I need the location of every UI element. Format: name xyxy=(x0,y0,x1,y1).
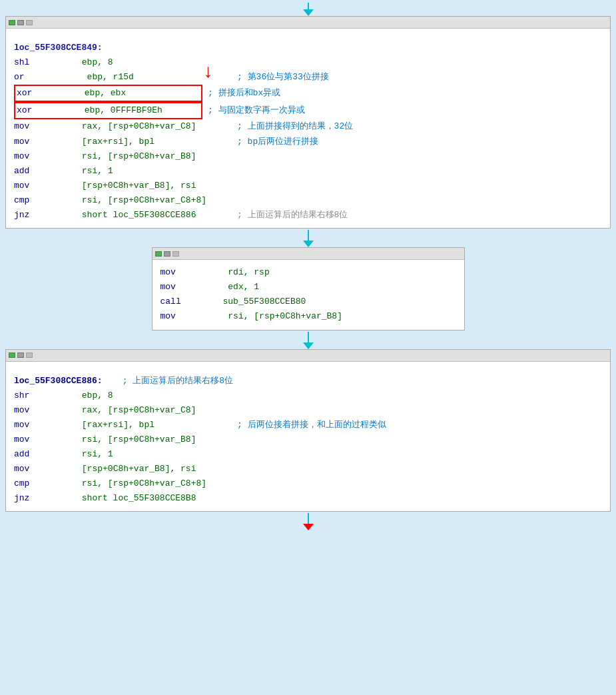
tb-icon-gray1-1 xyxy=(17,20,24,25)
tb-icon-gray2-3 xyxy=(26,352,33,358)
code-line-cmp1: cmp rsi, [rsp+0C8h+var_C8+8] xyxy=(14,193,602,208)
tb-icon-gray2-2 xyxy=(172,251,179,257)
code-window-2: mov rdi, rsp mov edx, 1 call sub_55F308C… xyxy=(152,247,465,330)
code-window-1: loc_55F308CCE849: shl ebp, 8 or ebp, r15… xyxy=(5,16,611,229)
w2-line-mov3: mov rsi, [rsp+0C8h+var_B8] xyxy=(160,309,456,324)
code-line-add1: add rsi, 1 xyxy=(14,164,602,179)
code-body-1: loc_55F308CCE849: shl ebp, 8 or ebp, r15… xyxy=(6,29,610,228)
code-line-xor1: xor ebp, ebx ; 拼接后和bx异或 xyxy=(14,85,602,102)
w3-line-add: add rsi, 1 xyxy=(14,447,602,462)
w3-line-mov3: mov rsi, [rsp+0C8h+var_B8] xyxy=(14,432,602,447)
code-line-jnz1: jnz short loc_55F308CCE886 ; 上面运算后的结果右移8… xyxy=(14,208,602,223)
w3-line-shr: shr ebp, 8 xyxy=(14,388,602,403)
label-line-1: loc_55F308CCE849: xyxy=(14,41,602,55)
w3-line-mov4: mov [rsp+0C8h+var_B8], rsi xyxy=(14,462,602,476)
tb-icon-gray2-1 xyxy=(26,20,33,25)
window2-wrapper: mov rdi, rsp mov edx, 1 call sub_55F308C… xyxy=(0,247,616,330)
code-window-3: loc_55F308CCE886: ; 上面运算后的结果右移8位 shr ebp… xyxy=(5,349,611,512)
code-body-3: loc_55F308CCE886: ; 上面运算后的结果右移8位 shr ebp… xyxy=(6,362,610,512)
code-line-mov4: mov [rsp+0C8h+var_B8], rsi xyxy=(14,179,602,193)
code-line-mov3: mov rsi, [rsp+0C8h+var_B8] xyxy=(14,149,602,164)
w2-line-call: call sub_55F308CCEB80 xyxy=(160,295,456,309)
w3-line-cmp: cmp rsi, [rsp+0C8h+var_C8+8] xyxy=(14,476,602,491)
code-line-or: or ebp, r15d ; 第36位与第33位拼接 xyxy=(14,70,602,85)
label-line-3: loc_55F308CCE886: ; 上面运算后的结果右移8位 xyxy=(14,374,602,388)
w3-line-jnz: jnz short loc_55F308CCE8B8 xyxy=(14,491,602,506)
code-line-mov1: mov rax, [rsp+0C8h+var_C8] ; 上面拼接得到的结果，3… xyxy=(14,119,602,134)
w3-line-mov1: mov rax, [rsp+0C8h+var_C8] xyxy=(14,403,602,418)
tb-icon-green-1 xyxy=(9,20,15,25)
code-line-mov2: mov [rax+rsi], bpl ; bp后两位进行拼接 xyxy=(14,135,602,149)
tb-icon-gray1-2 xyxy=(164,251,170,257)
titlebar-1 xyxy=(6,17,610,29)
w3-line-mov2: mov [rax+rsi], bpl ; 后两位接着拼接，和上面的过程类似 xyxy=(14,418,602,432)
tb-icon-gray1-3 xyxy=(17,352,24,358)
code-line-shl: shl ebp, 8 xyxy=(14,55,602,70)
w2-line-mov1: mov rdi, rsp xyxy=(160,265,456,280)
code-line-xor2: xor ebp, 0FFFFBF9Eh ; 与固定数字再一次异或 xyxy=(14,102,602,119)
w2-line-mov2: mov edx, 1 xyxy=(160,280,456,295)
tb-icon-green-3 xyxy=(9,352,15,358)
titlebar-2 xyxy=(153,248,464,260)
code-body-2: mov rdi, rsp mov edx, 1 call sub_55F308C… xyxy=(153,260,464,329)
tb-icon-green-2 xyxy=(155,251,162,257)
titlebar-3 xyxy=(6,350,610,362)
